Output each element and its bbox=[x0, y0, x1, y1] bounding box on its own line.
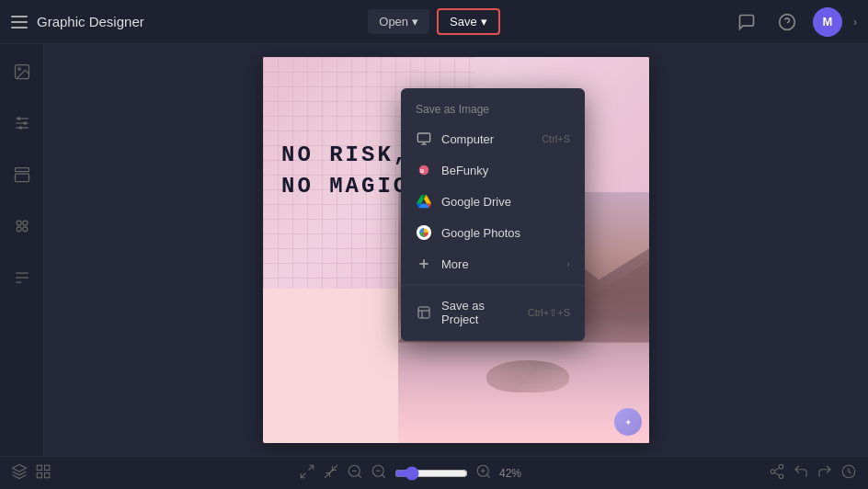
menu-icon[interactable] bbox=[11, 16, 28, 28]
zoom-out-icon[interactable] bbox=[347, 463, 363, 483]
zoom-in-icon[interactable] bbox=[475, 463, 492, 483]
befunky-icon: B bbox=[416, 162, 432, 178]
plus-icon bbox=[416, 256, 432, 272]
svg-rect-31 bbox=[37, 465, 41, 470]
expand-icon[interactable] bbox=[299, 463, 315, 483]
svg-point-8 bbox=[23, 121, 26, 124]
sidebar-item-filters[interactable] bbox=[6, 107, 39, 140]
history-icon[interactable] bbox=[840, 463, 857, 483]
topbar: Graphic Designer Open ▾ Save ▾ M › bbox=[0, 0, 868, 44]
dropdown-header: Save as Image bbox=[401, 96, 585, 123]
svg-rect-33 bbox=[37, 472, 41, 477]
main-area: NO RISK, NO MAGIC bbox=[0, 44, 868, 456]
sidebar bbox=[0, 44, 44, 456]
bottombar-left bbox=[11, 463, 51, 483]
save-computer-item[interactable]: Computer Ctrl+S bbox=[401, 123, 585, 154]
save-more-item[interactable]: More › bbox=[401, 248, 585, 279]
svg-rect-11 bbox=[15, 174, 29, 181]
computer-shortcut: Ctrl+S bbox=[542, 133, 570, 144]
save-befunky-item[interactable]: B BeFunky bbox=[401, 154, 585, 186]
google-photos-icon bbox=[416, 224, 432, 241]
google-drive-label: Google Drive bbox=[441, 195, 570, 209]
sidebar-item-layout[interactable] bbox=[6, 158, 39, 191]
google-drive-icon bbox=[416, 193, 432, 210]
svg-point-14 bbox=[17, 227, 21, 232]
svg-line-40 bbox=[358, 474, 360, 477]
reset-zoom-icon[interactable] bbox=[371, 463, 387, 483]
redo-icon[interactable] bbox=[817, 463, 833, 483]
open-button[interactable]: Open ▾ bbox=[368, 9, 429, 34]
undo-icon[interactable] bbox=[793, 463, 809, 483]
svg-line-43 bbox=[382, 474, 384, 477]
topbar-center: Open ▾ Save ▾ bbox=[368, 8, 499, 35]
svg-line-47 bbox=[486, 474, 489, 477]
zoom-level: 42% bbox=[499, 467, 521, 480]
project-icon bbox=[416, 304, 432, 321]
sidebar-item-text[interactable] bbox=[6, 261, 39, 294]
svg-point-12 bbox=[17, 221, 21, 225]
topbar-right: M › bbox=[509, 7, 857, 37]
user-chevron[interactable]: › bbox=[853, 16, 857, 28]
save-project-shortcut: Ctrl+⇧+S bbox=[528, 307, 570, 319]
sidebar-item-image[interactable] bbox=[6, 55, 39, 88]
svg-point-7 bbox=[17, 117, 20, 119]
help-icon[interactable] bbox=[772, 7, 802, 37]
fit-icon[interactable] bbox=[323, 463, 339, 483]
watermark-badge: ✦ bbox=[614, 408, 642, 436]
monitor-icon bbox=[416, 131, 432, 147]
save-googlephotos-item[interactable]: Google Photos bbox=[401, 217, 585, 248]
svg-point-51 bbox=[771, 469, 775, 473]
svg-rect-21 bbox=[417, 133, 429, 142]
topbar-left: Graphic Designer bbox=[11, 14, 359, 29]
save-googledrive-item[interactable]: Google Drive bbox=[401, 186, 585, 217]
svg-point-50 bbox=[779, 464, 783, 469]
save-button[interactable]: Save ▾ bbox=[437, 8, 500, 35]
app-title: Graphic Designer bbox=[37, 14, 144, 29]
befunky-label: BeFunky bbox=[441, 164, 570, 177]
save-label: Save bbox=[450, 15, 477, 28]
svg-marker-30 bbox=[13, 464, 27, 472]
zoom-slider[interactable] bbox=[394, 466, 468, 481]
svg-rect-34 bbox=[45, 472, 50, 477]
svg-line-35 bbox=[308, 465, 313, 470]
more-label: More bbox=[441, 257, 557, 271]
svg-point-52 bbox=[779, 474, 783, 479]
computer-label: Computer bbox=[441, 132, 532, 146]
sidebar-item-elements[interactable] bbox=[6, 210, 39, 243]
grid-icon[interactable] bbox=[35, 463, 51, 483]
svg-rect-32 bbox=[45, 465, 50, 470]
user-avatar[interactable]: M bbox=[813, 7, 842, 37]
svg-line-36 bbox=[301, 472, 305, 477]
svg-point-15 bbox=[22, 227, 27, 232]
svg-point-9 bbox=[18, 126, 21, 129]
canvas-text: NO RISK, NO MAGIC bbox=[281, 140, 409, 201]
svg-line-38 bbox=[325, 470, 332, 477]
bottombar-center: 42% bbox=[59, 463, 761, 483]
svg-line-53 bbox=[774, 472, 779, 475]
canvas-area: NO RISK, NO MAGIC bbox=[44, 44, 868, 456]
bottombar: 42% bbox=[0, 456, 868, 489]
save-project-label: Save as Project bbox=[441, 299, 519, 326]
more-arrow-icon: › bbox=[566, 258, 570, 269]
open-label: Open bbox=[379, 15, 408, 28]
svg-rect-10 bbox=[15, 168, 29, 172]
layers-icon[interactable] bbox=[11, 463, 28, 483]
svg-text:B: B bbox=[420, 168, 425, 174]
save-dropdown-menu: Save as Image Computer Ctrl+S B BeFunky bbox=[401, 88, 585, 341]
svg-rect-29 bbox=[418, 307, 429, 318]
open-chevron: ▾ bbox=[412, 15, 418, 28]
dropdown-divider bbox=[401, 285, 585, 286]
google-photos-label: Google Photos bbox=[441, 226, 570, 240]
save-chevron: ▾ bbox=[481, 15, 487, 28]
bottombar-right bbox=[769, 463, 857, 483]
share-icon[interactable] bbox=[769, 463, 785, 483]
save-project-item[interactable]: Save as Project Ctrl+⇧+S bbox=[401, 291, 585, 334]
svg-line-54 bbox=[774, 467, 779, 470]
svg-point-13 bbox=[22, 221, 27, 225]
svg-point-3 bbox=[17, 68, 19, 71]
chat-icon[interactable] bbox=[732, 7, 761, 37]
